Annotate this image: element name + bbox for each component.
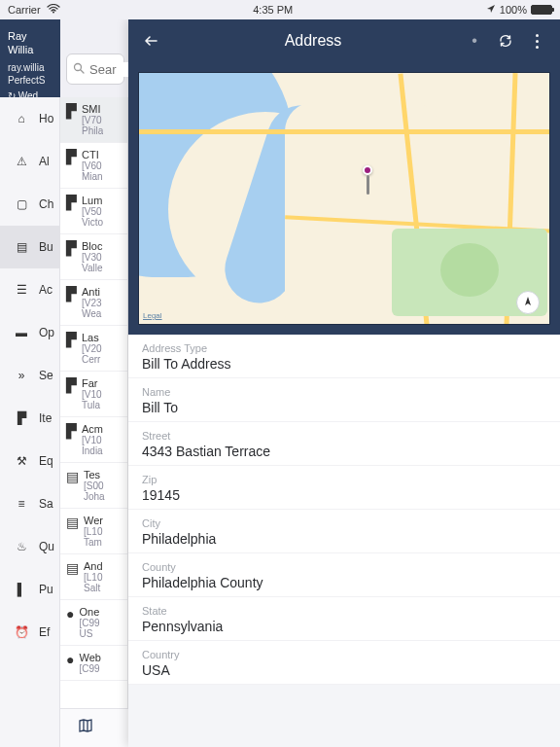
- hot-icon: ♨: [14, 540, 29, 553]
- alert-icon: ⚠: [14, 155, 29, 168]
- list-item-sub: Mian: [82, 171, 103, 182]
- receipt-icon: ▌: [14, 583, 29, 596]
- field-label: County: [142, 561, 546, 573]
- building-cart-icon: ▛: [66, 377, 77, 410]
- document-icon: ≡: [14, 497, 29, 511]
- battery-icon: [531, 5, 552, 15]
- list-item[interactable]: ▤Wer[L10Tam: [60, 509, 127, 554]
- list-item[interactable]: ▛Anti[V23Wea: [60, 280, 127, 326]
- sync-action-icon[interactable]: •: [465, 31, 484, 51]
- list-item-code: [V50: [82, 206, 103, 217]
- store-icon: ▬: [14, 326, 29, 339]
- field-value: USA: [142, 662, 546, 678]
- list-item[interactable]: ▛Bloc[V30Valle: [60, 234, 127, 280]
- nav-sidebar: ⌂Ho⚠Al▢Ch▤Bu☰Ac▬Op»Se▛Ite⚒Eq≡Sa♨Qu▌Pu⏰Ef: [0, 97, 60, 747]
- building-cart-icon: ▛: [66, 332, 77, 365]
- field-country: CountryUSA: [128, 641, 560, 685]
- list-item-code: [V10: [82, 435, 103, 445]
- nav-item-se[interactable]: »Se: [0, 354, 59, 397]
- nav-item-bu[interactable]: ▤Bu: [0, 226, 59, 268]
- list-item-title: Bloc: [82, 240, 103, 252]
- list-item-title: Wer: [84, 515, 103, 526]
- search-input-wrap[interactable]: [66, 53, 124, 85]
- address-fields: Address TypeBill To AddressNameBill ToSt…: [128, 335, 560, 685]
- list-item-sub: Joha: [84, 491, 105, 502]
- field-value: 4343 Bastian Terrace: [142, 444, 546, 459]
- field-street: Street4343 Bastian Terrace: [128, 422, 560, 466]
- person-icon: ●: [66, 606, 74, 639]
- list-item[interactable]: ▛Las[V20Cerr: [60, 326, 127, 372]
- back-icon[interactable]: [142, 31, 161, 51]
- nav-item-ch[interactable]: ▢Ch: [0, 183, 59, 226]
- list-item[interactable]: ●Web[C99: [60, 646, 127, 681]
- list-item[interactable]: ▤Tes[S00Joha: [60, 463, 127, 509]
- search-input[interactable]: [89, 62, 128, 77]
- list-item-code: [V10: [82, 389, 102, 400]
- field-label: Street: [142, 430, 546, 442]
- field-label: Zip: [142, 474, 546, 485]
- list-item-code: [C99: [79, 663, 100, 674]
- map[interactable]: Legal: [138, 72, 550, 325]
- nav-item-al[interactable]: ⚠Al: [0, 140, 59, 183]
- clock-icon: ⏰: [14, 625, 29, 639]
- svg-line-2: [81, 70, 84, 73]
- list-item-sub: Victo: [82, 217, 103, 228]
- list-item-title: CTI: [82, 149, 103, 160]
- user-email: ray.willia: [8, 61, 54, 74]
- building-question-icon: ▤: [66, 515, 79, 548]
- detail-title: Address: [173, 32, 453, 50]
- search-icon: [73, 62, 85, 77]
- field-label: Address Type: [142, 342, 546, 354]
- field-city: CityPhiladelphia: [128, 510, 560, 553]
- list-item-sub: Cerr: [82, 354, 102, 365]
- nav-item-ef[interactable]: ⏰Ef: [0, 611, 59, 654]
- nav-item-ac[interactable]: ☰Ac: [0, 268, 59, 311]
- list-item-code: [V70: [82, 115, 103, 125]
- list-item-title: Web: [79, 652, 100, 663]
- list-item-title: Far: [82, 377, 102, 389]
- list-item[interactable]: ▛Acm[V10India: [60, 417, 127, 463]
- nav-item-sa[interactable]: ≡Sa: [0, 482, 59, 525]
- compass-icon[interactable]: [516, 291, 540, 314]
- field-value: 19145: [142, 487, 546, 503]
- list-item[interactable]: ▛Far[V10Tula: [60, 372, 127, 417]
- list-item-title: And: [84, 560, 103, 572]
- list-item[interactable]: ▛CTI[V60Mian: [60, 143, 127, 189]
- list-icon: ☰: [14, 283, 29, 297]
- nav-item-ite[interactable]: ▛Ite: [0, 397, 59, 440]
- wrench-icon: ⚒: [14, 454, 29, 468]
- list-item-code: [C99: [79, 618, 99, 628]
- services-icon: »: [14, 369, 29, 382]
- list-item-sub: Salt: [84, 583, 103, 593]
- nav-item-label: Ac: [39, 283, 52, 297]
- nav-item-label: Bu: [39, 240, 53, 254]
- nav-item-pu[interactable]: ▌Pu: [0, 568, 59, 611]
- field-county: CountyPhiladelphia County: [128, 553, 560, 597]
- nav-item-qu[interactable]: ♨Qu: [0, 525, 59, 568]
- nav-item-ho[interactable]: ⌂Ho: [0, 97, 59, 140]
- field-value: Bill To: [142, 400, 546, 415]
- map-icon: [78, 718, 93, 738]
- list-item-title: Las: [82, 332, 102, 343]
- refresh-icon[interactable]: [496, 31, 515, 51]
- battery-label: 100%: [500, 4, 527, 16]
- list-footer-map-button[interactable]: [60, 708, 128, 747]
- field-zip: Zip19145: [128, 466, 560, 510]
- more-icon[interactable]: [527, 31, 546, 51]
- list-item[interactable]: ●One[C99US: [60, 600, 127, 646]
- list-item-sub: India: [82, 445, 103, 456]
- map-legal-link[interactable]: Legal: [143, 311, 162, 320]
- list-item[interactable]: ▛SMI[V70Phila: [60, 97, 127, 143]
- nav-item-eq[interactable]: ⚒Eq: [0, 440, 59, 482]
- clipboard-icon: ▢: [14, 197, 29, 211]
- nav-item-op[interactable]: ▬Op: [0, 311, 59, 354]
- nav-item-label: Ho: [39, 112, 53, 125]
- field-value: Philadelphia County: [142, 575, 546, 590]
- list-item[interactable]: ▛Lum[V50Victo: [60, 189, 127, 234]
- list-item-title: SMI: [82, 103, 103, 115]
- list-item-title: One: [79, 606, 99, 618]
- building-icon: ▤: [14, 240, 29, 254]
- list-item[interactable]: ▤And[L10Salt: [60, 554, 127, 600]
- nav-item-label: Qu: [39, 540, 54, 553]
- nav-item-label: Al: [39, 155, 50, 168]
